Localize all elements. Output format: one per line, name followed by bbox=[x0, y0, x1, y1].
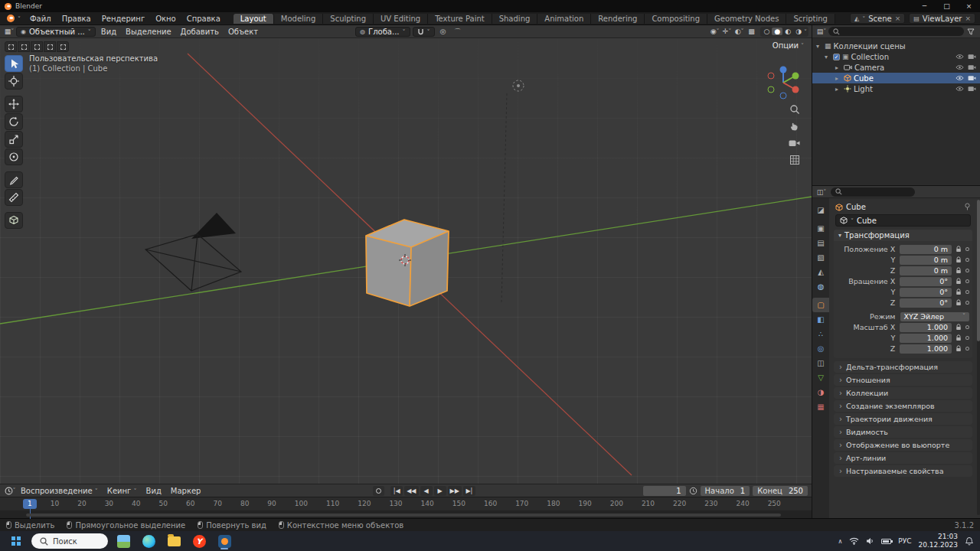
property-value-field[interactable]: 1.000 bbox=[900, 334, 952, 343]
outliner-editor-icon[interactable]: ▤ bbox=[815, 27, 828, 37]
editor-type-icon[interactable]: ▦ bbox=[3, 27, 15, 37]
filter-icon[interactable] bbox=[965, 27, 977, 37]
eye-icon[interactable] bbox=[956, 64, 964, 70]
play-button[interactable]: ▶ bbox=[434, 486, 446, 496]
taskbar-search[interactable]: Поиск bbox=[31, 533, 108, 549]
property-value-field[interactable]: 1.000 bbox=[900, 323, 952, 332]
tab-particles[interactable]: ∴ bbox=[812, 327, 829, 341]
tray-expand-icon[interactable]: ∧ bbox=[838, 538, 842, 545]
proportional-edit-icon[interactable]: ◎ bbox=[437, 27, 449, 37]
navigation-gizmo[interactable] bbox=[764, 61, 802, 101]
lock-icon[interactable] bbox=[954, 324, 962, 331]
property-value-field[interactable]: 0° bbox=[900, 277, 952, 286]
workspace-tab[interactable]: Texture Paint bbox=[428, 14, 492, 24]
properties-scrollbar[interactable] bbox=[977, 200, 980, 515]
auto-keyframe-toggle[interactable] bbox=[373, 486, 384, 496]
camera-view-icon[interactable] bbox=[788, 136, 801, 149]
workspace-tab[interactable]: Compositing bbox=[645, 14, 707, 24]
notifications-icon[interactable] bbox=[965, 536, 974, 546]
measure-tool[interactable] bbox=[5, 189, 23, 206]
select-mode-invert-icon[interactable] bbox=[44, 41, 56, 52]
timeline-editor-icon[interactable] bbox=[4, 486, 16, 496]
move-tool[interactable] bbox=[5, 96, 23, 112]
timeline-ruler[interactable]: 1102030405060708090100110120130140150160… bbox=[0, 497, 812, 518]
cube-row[interactable]: ▸ Cube bbox=[812, 73, 980, 83]
transform-orientation-dropdown[interactable]: ◍ Глоба... bbox=[355, 27, 410, 37]
workspace-tab[interactable]: Modeling bbox=[274, 14, 324, 24]
jump-to-end-button[interactable]: ▶| bbox=[463, 486, 475, 496]
viewport-menu-item[interactable]: Вид bbox=[96, 28, 121, 36]
lock-icon[interactable] bbox=[954, 256, 962, 263]
collection-row[interactable]: ▾ ✓ ▣ Collection bbox=[812, 51, 980, 62]
blender-menu-icon[interactable] bbox=[5, 14, 24, 23]
workspace-tab[interactable]: Layout bbox=[234, 14, 274, 24]
tab-texture[interactable]: ▦ bbox=[812, 399, 829, 414]
tab-world[interactable]: ◍ bbox=[812, 279, 829, 294]
viewlayer-selector[interactable]: ▤ ViewLayer × bbox=[909, 13, 975, 24]
workspace-tab[interactable]: UV Editing bbox=[374, 14, 428, 24]
select-mode-new-icon[interactable] bbox=[5, 41, 17, 52]
blender-taskbar-icon[interactable] bbox=[214, 533, 234, 549]
outliner-search-field[interactable] bbox=[828, 27, 964, 36]
mode-dropdown[interactable]: ◉ Объектный ... bbox=[16, 27, 96, 37]
tab-object-data[interactable]: ▽ bbox=[812, 370, 829, 385]
cursor-tool[interactable] bbox=[5, 73, 23, 90]
light-row[interactable]: ▸ Light bbox=[812, 83, 980, 94]
workspace-tab[interactable]: Animation bbox=[537, 14, 591, 24]
file-explorer-icon[interactable] bbox=[164, 533, 184, 549]
tab-object[interactable]: ▢ bbox=[812, 298, 829, 312]
workspace-tab[interactable]: Geometry Nodes bbox=[707, 14, 786, 24]
tab-constraints[interactable]: ◫ bbox=[812, 356, 829, 370]
gizmos-toggle-icon[interactable]: ✛ bbox=[721, 27, 733, 37]
timeline-scrollbar[interactable] bbox=[26, 514, 781, 517]
select-mode-intersect-icon[interactable] bbox=[57, 41, 69, 52]
yandex-browser-icon[interactable] bbox=[189, 533, 209, 549]
add-cube-tool[interactable] bbox=[5, 212, 23, 229]
eye-icon[interactable] bbox=[956, 86, 964, 92]
object-name-field[interactable]: Cube bbox=[835, 214, 971, 227]
property-value-field[interactable]: 0 m bbox=[900, 245, 952, 254]
tab-view-layer[interactable]: ▧ bbox=[812, 250, 829, 265]
render-camera-icon[interactable] bbox=[968, 86, 976, 92]
select-mode-subtract-icon[interactable] bbox=[31, 41, 43, 52]
render-camera-icon[interactable] bbox=[968, 54, 976, 60]
current-frame-field[interactable]: 1 bbox=[643, 486, 686, 496]
scale-tool[interactable] bbox=[5, 131, 23, 148]
close-button[interactable]: × bbox=[958, 0, 980, 12]
scene-collection-row[interactable]: ▾ ▦ Коллекции сцены bbox=[812, 41, 980, 51]
lock-icon[interactable] bbox=[954, 278, 962, 285]
volume-icon[interactable] bbox=[866, 537, 874, 545]
view-object-types-icon[interactable]: ◉ bbox=[709, 27, 721, 37]
frame-start-field[interactable]: Начало1 bbox=[701, 486, 750, 496]
animate-dot[interactable] bbox=[965, 279, 969, 283]
menu-item[interactable]: Справка bbox=[181, 14, 226, 24]
property-value-field[interactable]: 0 m bbox=[900, 256, 952, 265]
shading-rendered-icon[interactable]: ◑ bbox=[793, 28, 804, 35]
animate-dot[interactable] bbox=[965, 347, 969, 350]
camera-row[interactable]: ▸ Camera bbox=[812, 62, 980, 73]
animate-dot[interactable] bbox=[965, 325, 969, 329]
collapsed-section-header[interactable]: Арт-линии bbox=[834, 452, 972, 464]
wifi-icon[interactable] bbox=[849, 537, 859, 545]
collapsed-section-header[interactable]: Отношения bbox=[834, 374, 972, 386]
lock-icon[interactable] bbox=[954, 267, 962, 274]
animate-dot[interactable] bbox=[965, 269, 969, 272]
scene-selector[interactable]: ◭ Scene × bbox=[850, 13, 905, 24]
3d-viewport[interactable]: Опции Пользовательская перспектива (1) C… bbox=[0, 38, 812, 484]
zoom-icon[interactable] bbox=[788, 103, 801, 116]
animate-dot[interactable] bbox=[965, 336, 969, 340]
pin-icon[interactable] bbox=[964, 203, 971, 212]
menu-item[interactable]: Рендеринг bbox=[96, 14, 150, 24]
animate-dot[interactable] bbox=[965, 301, 969, 305]
frame-end-field[interactable]: Конец250 bbox=[753, 486, 808, 496]
menu-item[interactable]: Файл bbox=[24, 14, 57, 24]
property-value-field[interactable]: 0° bbox=[900, 298, 952, 308]
lock-icon[interactable] bbox=[954, 246, 962, 253]
prev-keyframe-button[interactable]: ◀◀ bbox=[404, 486, 418, 496]
falloff-icon[interactable]: ⌒ bbox=[452, 27, 464, 37]
collapsed-section-header[interactable]: Видимость bbox=[834, 426, 972, 438]
lock-icon[interactable] bbox=[954, 345, 962, 352]
rotation-mode-dropdown[interactable]: XYZ Эйлер bbox=[900, 312, 970, 321]
photos-app-icon[interactable] bbox=[113, 533, 133, 549]
render-camera-icon[interactable] bbox=[968, 75, 976, 81]
